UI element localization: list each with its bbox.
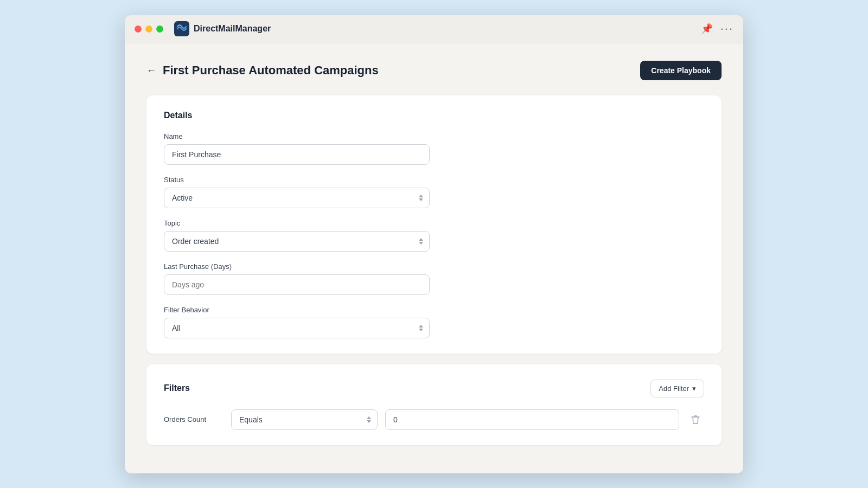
filters-card-title: Filters [164, 383, 190, 393]
minimize-button[interactable] [145, 25, 152, 33]
page-title-area: ← First Purchase Automated Campaigns [146, 63, 379, 78]
trash-icon [690, 414, 701, 425]
filter-value-input[interactable] [385, 409, 679, 430]
name-label: Name [164, 132, 704, 140]
back-button[interactable]: ← [146, 66, 156, 75]
topic-select-wrapper: Order created Order completed Cart aband… [164, 231, 430, 252]
operator-select-wrapper: Equals Greater than Less than Not equals [231, 409, 378, 430]
add-filter-button[interactable]: Add Filter ▾ [650, 380, 704, 397]
delete-filter-button[interactable] [687, 411, 704, 428]
status-select-wrapper: Active Inactive Draft [164, 188, 430, 208]
app-window: DirectMailManager 📌 ··· ← First Purchase… [125, 15, 743, 473]
pin-icon[interactable]: 📌 [701, 23, 713, 35]
filter-behavior-field-group: Filter Behavior All Any None [164, 306, 704, 338]
traffic-lights [135, 25, 163, 33]
main-content: ← First Purchase Automated Campaigns Cre… [125, 43, 743, 473]
status-field-group: Status Active Inactive Draft [164, 176, 704, 208]
orders-count-label: Orders Count [164, 415, 224, 423]
name-field-group: Name [164, 132, 704, 165]
titlebar-actions: 📌 ··· [701, 22, 733, 36]
topic-label: Topic [164, 219, 704, 227]
page-header: ← First Purchase Automated Campaigns Cre… [146, 61, 722, 80]
operator-select[interactable]: Equals Greater than Less than Not equals [231, 409, 378, 430]
more-options-icon[interactable]: ··· [720, 22, 733, 36]
maximize-button[interactable] [156, 25, 163, 33]
name-input[interactable] [164, 144, 430, 165]
app-logo-icon [174, 21, 189, 36]
status-select[interactable]: Active Inactive Draft [164, 188, 430, 208]
last-purchase-input[interactable] [164, 274, 430, 295]
add-filter-label: Add Filter [659, 384, 689, 393]
add-filter-chevron-icon: ▾ [692, 384, 696, 393]
details-card: Details Name Status Active Inactive Draf… [146, 95, 722, 354]
app-name-label: DirectMailManager [194, 24, 271, 34]
page-title: First Purchase Automated Campaigns [163, 63, 379, 78]
topic-field-group: Topic Order created Order completed Cart… [164, 219, 704, 252]
close-button[interactable] [135, 25, 142, 33]
filter-behavior-select-wrapper: All Any None [164, 318, 430, 338]
details-card-title: Details [164, 111, 704, 120]
last-purchase-field-group: Last Purchase (Days) [164, 262, 704, 295]
status-label: Status [164, 176, 704, 184]
filter-row: Orders Count Equals Greater than Less th… [164, 409, 704, 430]
titlebar: DirectMailManager 📌 ··· [125, 15, 743, 43]
filters-card: Filters Add Filter ▾ Orders Count Equals… [146, 364, 722, 445]
last-purchase-label: Last Purchase (Days) [164, 262, 704, 271]
filters-header: Filters Add Filter ▾ [164, 380, 704, 397]
create-playbook-button[interactable]: Create Playbook [640, 61, 722, 80]
filter-behavior-label: Filter Behavior [164, 306, 704, 314]
app-brand: DirectMailManager [174, 21, 271, 36]
topic-select[interactable]: Order created Order completed Cart aband… [164, 231, 430, 252]
filter-behavior-select[interactable]: All Any None [164, 318, 430, 338]
